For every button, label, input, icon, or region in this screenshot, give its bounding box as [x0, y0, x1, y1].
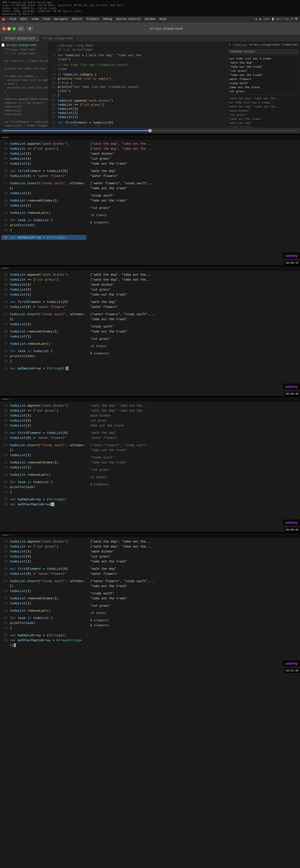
menu-file[interactable]: File	[9, 18, 17, 21]
timestamp-badge-3: 00:00:45	[284, 528, 300, 532]
menu-source-control[interactable]: Source Control	[116, 18, 141, 21]
minimize-button[interactable]	[7, 27, 11, 30]
output-line-8: take out the trash	[230, 85, 298, 89]
annotation-wash-dishes: "wash dishes"	[228, 109, 299, 113]
section1-content: 14todoList.append("wash dishes") 15todoL…	[0, 140, 300, 242]
menu-debug[interactable]: Debug	[103, 18, 112, 21]
s1-out-2: ["walk the dog", "take out the...	[90, 146, 298, 151]
section4-content: 14todoList.append("wash dishes") 15todoL…	[0, 537, 300, 649]
s3-out-12: "cut grass"	[90, 467, 298, 472]
menu-editor[interactable]: Editor	[72, 18, 83, 21]
s4-out-15: 0 elements	[90, 623, 298, 628]
menu-navigate[interactable]: Navigate	[54, 18, 68, 21]
s1-out-4: "cut grass"	[90, 156, 298, 161]
output-line-7: study swift	[230, 81, 298, 85]
section2-output: ["walk the dog", "take out the... ["walk…	[88, 270, 300, 373]
s4-out-8: ["water flowers", "study swift",...	[90, 579, 298, 584]
s2-out-1: ["walk the dog", "take out the...	[90, 272, 298, 277]
s3-out-9: "take out the trash"	[90, 447, 298, 453]
window-title-text: Arrays.playground	[150, 27, 183, 30]
timestamp-badge-2: 00:00:30	[284, 392, 300, 396]
section3-empty-space	[0, 508, 300, 532]
s4-out-10: "study swift"	[90, 591, 298, 596]
s2-out-13: (4 times)	[90, 344, 298, 349]
section2-content: 14todoList.append("wash dishes") 15todoL…	[0, 270, 300, 373]
s3-out-14: 0 elements	[90, 482, 298, 487]
menu-right-info: ■ ◀▶ 100% 🔋 Wed 7:40 PM 🔍	[171, 18, 298, 21]
menu-find[interactable]: Find	[43, 18, 50, 21]
section2-empty-space	[0, 373, 300, 396]
video-bar-1: udemy	[0, 135, 300, 140]
toolbar-controls: ▶ ■	[18, 26, 33, 31]
s3-out-7: "water flowers"	[90, 435, 298, 440]
udemy-text-2: udemy	[2, 267, 9, 270]
s1-out-12: "cut grass"	[90, 205, 298, 210]
timestamp-badge-4: 00:01:00	[284, 669, 300, 673]
scrubber-thumb[interactable]	[148, 129, 152, 132]
file-title: 006 Creating an Empty Array.mp4	[2, 1, 52, 4]
output-line-9: cut grass	[230, 89, 298, 93]
output-line-2: "walk the dog"	[230, 61, 298, 65]
xcode-tabbar: Arrays.playground Arrays.playground	[0, 35, 300, 42]
output-line-1: our todo list has 3 items	[230, 57, 298, 61]
s3-out-5: take out the trash	[90, 423, 298, 428]
menu-product[interactable]: Product	[87, 18, 99, 21]
menu-view[interactable]: View	[32, 18, 39, 21]
s4-out-2: ["walk the dog", "take out the...	[90, 544, 298, 549]
menu-edit[interactable]: Edit	[21, 18, 28, 21]
udemy-text-1: udemy	[2, 136, 9, 138]
video-section-1: udemy 14todoList.append("wash dishes") 1…	[0, 135, 300, 265]
tab-arrays-playground-2[interactable]: Arrays.playground	[39, 36, 77, 41]
scrubber-track[interactable]	[2, 130, 298, 131]
console-output-content: our todo list has 3 items "walk the dog"…	[228, 55, 299, 95]
s2-out-12: "cut grass"	[90, 336, 298, 341]
s1-out-13: (4 times)	[90, 213, 298, 218]
xcode-main-content: 📄 Arrays.playground //Arrays➙ long hand …	[0, 42, 300, 127]
annotation-cut-grass: "cut grass"	[228, 113, 299, 117]
timeline-tab[interactable]: ⏱ Timeline	[228, 43, 247, 47]
sidebar-file-item[interactable]: 📄 Arrays.playground	[1, 43, 47, 47]
output-line-6: water flowers	[230, 77, 298, 81]
video-info-bar: 006 Creating an Empty Array.mp4 Size: 0,…	[0, 0, 300, 17]
generated-by: Generated By Rare-1	[2, 12, 32, 16]
s2-out-4: "cut grass"	[90, 287, 298, 292]
s1-out-3: "wash dishes"	[90, 151, 298, 156]
menu-window[interactable]: Window	[145, 18, 155, 21]
s3-out-3: wash dishes	[90, 413, 298, 418]
section1-code: 14todoList.append("wash dishes") 15todoL…	[0, 140, 88, 242]
s2-out-9: "take out the trash"	[90, 317, 298, 322]
section4-output: ["walk the dog", "take out the... ["walk…	[88, 537, 300, 649]
output-line-3: "take out the trash"	[230, 65, 298, 69]
section4-code: 14todoList.append("wash dishes") 15todoL…	[0, 537, 88, 649]
annotation-walk-dog: "walk the dog" "take out the...	[228, 96, 299, 100]
s3-out-1: "walk the dog" "take out the...	[90, 403, 298, 408]
arrays-playground-tab[interactable]: Arrays.playground (Timeline)	[249, 43, 299, 47]
timestamp-badge-1: 00:00:15	[284, 261, 300, 265]
s3-out-13: (4 times)	[90, 474, 298, 479]
xcode-sidebar: 📄 Arrays.playground //Arrays➙ long hand …	[0, 42, 48, 127]
s4-out-14: 0 elements	[90, 618, 298, 623]
annotation-take-out-trash: "take out the trash"	[228, 117, 299, 121]
s1-out-10: "study swift"	[90, 193, 298, 198]
s4-out-5: "take out the trash"	[90, 559, 298, 564]
console-output-header: Console Output	[228, 49, 299, 54]
video-info: Video: h264, yuv420p, 1280x720, 60.00 fp…	[2, 10, 82, 12]
video-bar-4: udemy	[0, 533, 300, 537]
tab-arrays-playground-1[interactable]: Arrays.playground	[1, 36, 39, 41]
menu-apple[interactable]: 🍎	[2, 18, 5, 21]
right-output-annotations: "walk the dog" "take out the... our todo…	[228, 96, 299, 127]
section3-output: "walk the dog" "take out the... "walk th…	[88, 401, 300, 508]
s3-out-11: "take out the trash"	[90, 460, 298, 465]
maximize-button[interactable]	[12, 27, 16, 30]
video-section-3: udemy 14todoList.append("wash dishes") 1…	[0, 397, 300, 532]
annotation-water-flowers: "water flowers"	[228, 125, 299, 127]
menu-help[interactable]: Help	[159, 18, 167, 21]
window-title-center: Arrays.playground	[35, 27, 298, 30]
stop-button[interactable]: ■	[27, 26, 33, 31]
audio-info: Audio: aac, 48000 Hz, stereo (und)	[2, 7, 56, 10]
section3-content: 14todoList.append("wash dishes") 15todoL…	[0, 401, 300, 508]
annotation-todo-3-items: our todo list has 3 items	[228, 100, 299, 104]
run-button[interactable]: ▶	[18, 26, 24, 31]
close-button[interactable]	[2, 27, 6, 30]
xcode-toolbar: ▶ ■ Arrays.playground	[0, 22, 300, 35]
